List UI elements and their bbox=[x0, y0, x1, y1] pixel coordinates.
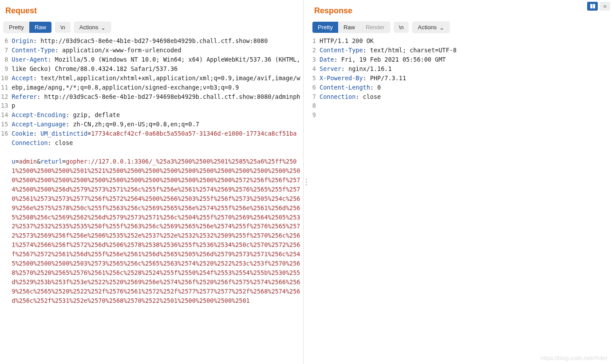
tab-raw[interactable]: Raw bbox=[338, 22, 360, 33]
response-editor[interactable]: 123456789 HTTP/1.1 200 OKContent-Type: t… bbox=[309, 35, 612, 364]
grip-icon bbox=[306, 179, 307, 185]
response-gutter: 123456789 bbox=[309, 35, 319, 364]
tab-pretty[interactable]: Pretty bbox=[312, 22, 338, 33]
request-toolbar: Pretty Raw \n Actions ⌄ bbox=[0, 20, 303, 35]
request-title: Request bbox=[0, 0, 303, 20]
chevron-down-icon: ⌄ bbox=[101, 24, 106, 31]
request-content[interactable]: Origin: http://03d9cac5-8e6e-4b1e-bd27-9… bbox=[11, 35, 303, 364]
response-toolbar: Pretty Raw Render \n Actions ⌄ bbox=[309, 20, 612, 35]
layout-toggle-group: ≡ bbox=[587, 2, 610, 11]
request-gutter: 678910111213141516 bbox=[0, 35, 11, 364]
response-content[interactable]: HTTP/1.1 200 OKContent-Type: text/html; … bbox=[319, 35, 612, 364]
actions-menu[interactable]: Actions ⌄ bbox=[74, 22, 111, 33]
newline-toggle[interactable]: \n bbox=[394, 22, 409, 33]
split-drag-handle[interactable] bbox=[304, 0, 309, 364]
chevron-down-icon: ⌄ bbox=[439, 24, 444, 31]
tab-pretty[interactable]: Pretty bbox=[4, 22, 29, 33]
request-editor[interactable]: 678910111213141516 Origin: http://03d9ca… bbox=[0, 35, 303, 364]
tab-raw[interactable]: Raw bbox=[29, 22, 51, 33]
newline-toggle[interactable]: \n bbox=[55, 22, 71, 33]
request-view-tabs: Pretty Raw bbox=[4, 22, 51, 33]
request-panel: Request Pretty Raw \n Actions ⌄ 67891011… bbox=[0, 0, 304, 364]
response-panel: Response Pretty Raw Render \n Actions ⌄ … bbox=[309, 0, 612, 364]
layout-menu-button[interactable]: ≡ bbox=[600, 2, 610, 11]
actions-label: Actions bbox=[418, 24, 437, 31]
response-view-tabs: Pretty Raw Render bbox=[312, 22, 390, 33]
tab-render[interactable]: Render bbox=[360, 22, 390, 33]
response-title: Response bbox=[309, 0, 612, 20]
layout-split-button[interactable] bbox=[587, 2, 598, 11]
actions-label: Actions bbox=[79, 24, 99, 31]
actions-menu[interactable]: Actions ⌄ bbox=[412, 22, 450, 33]
